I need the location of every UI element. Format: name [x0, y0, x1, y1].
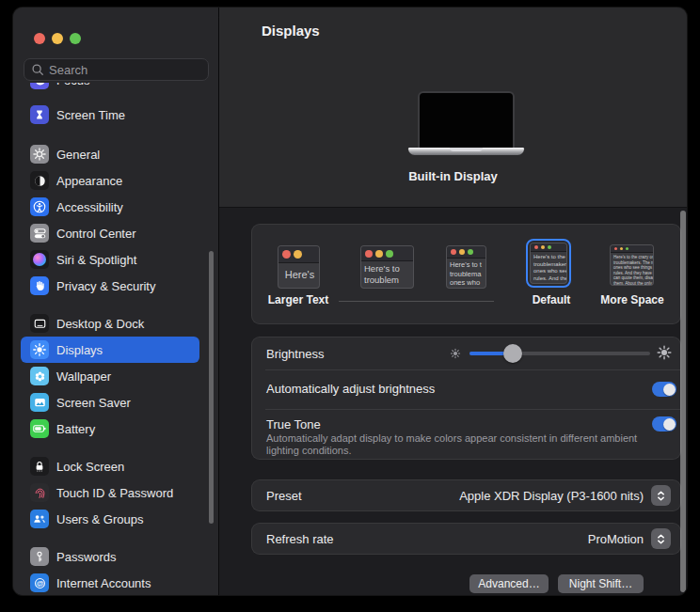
- toggle-knob: [663, 384, 676, 396]
- sidebar-item-general[interactable]: General: [21, 141, 199, 167]
- sidebar-item-label: Focus: [56, 83, 89, 87]
- fingerprint-icon: [30, 483, 49, 502]
- preview-traffic-dot: [386, 250, 393, 258]
- sidebar-item-accessibility[interactable]: Accessibility: [21, 194, 199, 220]
- sidebar-item-focus[interactable]: Focus: [21, 83, 199, 93]
- appearance-icon: [30, 171, 49, 190]
- row-divider: [265, 369, 680, 370]
- flower-icon: [30, 367, 49, 385]
- preview-text: Here's to the crazy onetroublemakers. Th…: [611, 253, 653, 286]
- scale-option-4-selected[interactable]: Here's to the crtroublemakers.ones who s…: [530, 243, 567, 284]
- refresh-rate-dropdown[interactable]: [651, 528, 671, 549]
- gear-icon: [30, 145, 49, 164]
- sidebar-item-control-center[interactable]: Control Center: [21, 220, 199, 246]
- sidebar-item-label: Displays: [56, 343, 103, 357]
- brightness-card: Brightness Automatically adjust brightne…: [251, 337, 681, 460]
- night-shift-button[interactable]: Night Shift…: [558, 574, 644, 593]
- preset-dropdown[interactable]: [651, 485, 671, 506]
- scale-option-label-larger-text: Larger Text: [268, 293, 328, 306]
- preview-titlebar: [278, 246, 319, 263]
- sidebar-scrollbar[interactable]: [209, 251, 214, 524]
- accessibility-icon: [30, 197, 49, 216]
- sidebar-item-battery[interactable]: Battery: [21, 416, 199, 442]
- desktop-window-icon: [30, 314, 49, 333]
- preview-text: Here's to ttroublemaones who: [447, 259, 485, 288]
- brightness-bright-icon: [656, 344, 673, 361]
- preview-traffic-dot: [468, 249, 473, 255]
- moon-icon: [30, 83, 49, 89]
- scale-option-3[interactable]: Here's to ttroublemaones who: [446, 245, 486, 289]
- brightness-slider[interactable]: [469, 352, 650, 355]
- advanced-button[interactable]: Advanced…: [469, 574, 549, 593]
- preview-traffic-dot: [614, 247, 617, 250]
- sidebar-item-wallpaper[interactable]: Wallpaper: [21, 363, 199, 389]
- close-button[interactable]: [34, 33, 45, 44]
- row-divider: [265, 409, 680, 410]
- key-icon: [30, 547, 49, 566]
- main-pane: Displays Built-in Display Here'sLarger T…: [219, 8, 687, 595]
- scale-option-1[interactable]: Here's: [278, 245, 320, 289]
- search-icon: [31, 63, 44, 76]
- sidebar-item-label: Desktop & Dock: [56, 317, 144, 331]
- refresh-rate-label: Refresh rate: [266, 532, 588, 546]
- scale-option-label-more-space: More Space: [600, 293, 663, 306]
- hourglass-icon: [30, 105, 49, 124]
- sidebar-item-users-groups[interactable]: Users & Groups: [21, 506, 199, 532]
- sidebar-item-label: Screen Time: [56, 108, 125, 122]
- true-tone-label: True Tone: [266, 417, 321, 432]
- preview-text: Here's totroublem: [361, 261, 413, 286]
- preview-traffic-dot: [282, 250, 291, 259]
- sidebar-item-internet-accounts[interactable]: @Internet Accounts: [21, 570, 199, 595]
- sidebar-item-label: Screen Saver: [56, 396, 131, 410]
- laptop-base: [408, 148, 524, 155]
- zoom-button[interactable]: [70, 33, 81, 44]
- sidebar-item-label: Siri & Spotlight: [56, 253, 136, 267]
- auto-brightness-toggle[interactable]: [652, 382, 676, 397]
- sidebar-item-label: Appearance: [56, 174, 122, 188]
- sidebar-item-label: Passwords: [56, 550, 117, 564]
- laptop-notch: [450, 148, 483, 151]
- preview-text: Here's: [278, 263, 319, 281]
- padlock-icon: [30, 457, 49, 476]
- sidebar-item-privacy-security[interactable]: Privacy & Security: [21, 273, 199, 299]
- svg-text:@: @: [36, 579, 43, 588]
- preview-titlebar: [361, 246, 413, 261]
- true-tone-toggle[interactable]: [652, 416, 676, 432]
- sidebar-item-screen-saver[interactable]: Screen Saver: [21, 389, 199, 416]
- search-input[interactable]: Search: [24, 58, 209, 81]
- sidebar-item-siri-spotlight[interactable]: Siri & Spotlight: [21, 246, 199, 273]
- brightness-label: Brightness: [266, 347, 324, 361]
- preview-traffic-dot: [548, 245, 551, 249]
- preview-titlebar: [447, 246, 485, 259]
- sidebar-item-lock-screen[interactable]: Lock Screen: [21, 453, 199, 479]
- sidebar-item-displays[interactable]: Displays: [21, 337, 199, 363]
- sidebar-item-touch-id-password[interactable]: Touch ID & Password: [21, 479, 199, 506]
- sidebar-item-appearance[interactable]: Appearance: [21, 167, 199, 194]
- laptop-illustration: [418, 91, 515, 149]
- sidebar-item-label: General: [56, 148, 100, 162]
- scale-option-2[interactable]: Here's totroublem: [360, 245, 414, 289]
- refresh-rate-value: ProMotion: [588, 532, 644, 546]
- sidebar-item-label: Control Center: [56, 227, 136, 241]
- preset-card: Preset Apple XDR Display (P3-1600 nits): [251, 479, 681, 511]
- content-scrollbar[interactable]: [680, 211, 686, 592]
- chevron-up-down-icon: [655, 532, 667, 546]
- preview-traffic-dot: [375, 250, 383, 258]
- sidebar-item-passwords[interactable]: Passwords: [21, 543, 199, 570]
- sidebar-item-label: Privacy & Security: [56, 279, 155, 293]
- sidebar-item-label: Battery: [56, 422, 95, 436]
- battery-icon: [30, 419, 49, 438]
- brightness-slider-knob[interactable]: [503, 344, 522, 363]
- sidebar-item-desktop-dock[interactable]: Desktop & Dock: [21, 310, 199, 337]
- sidebar-item-label: Touch ID & Password: [56, 486, 173, 500]
- sidebar-item-label: Accessibility: [56, 200, 123, 214]
- preset-label: Preset: [266, 489, 459, 503]
- sidebar-item-screen-time[interactable]: Screen Time: [21, 102, 199, 128]
- preview-titlebar: [531, 243, 566, 252]
- preview-traffic-dot: [294, 250, 302, 259]
- chevron-up-down-icon: [655, 489, 667, 503]
- scale-option-5[interactable]: Here's to the crazy onetroublemakers. Th…: [610, 244, 654, 286]
- sidebar-item-label: Users & Groups: [56, 512, 143, 526]
- auto-brightness-label: Automatically adjust brightness: [266, 382, 435, 396]
- minimize-button[interactable]: [52, 33, 63, 44]
